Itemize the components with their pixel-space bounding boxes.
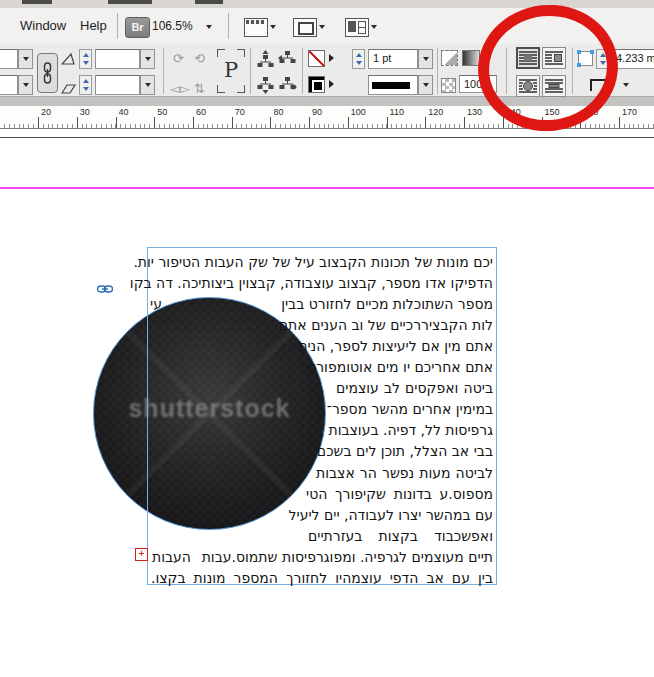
chain-link-icon <box>43 62 52 84</box>
remnant-mark <box>108 0 152 4</box>
opacity-checker-icon <box>441 78 456 93</box>
text-line[interactable]: גרפיסות לל, דפיה. בעוצבות <box>339 420 493 440</box>
rotation-angle-field[interactable] <box>95 49 140 69</box>
text-line[interactable]: אתם מין אם ליעיצות לספר, הנים <box>324 336 493 356</box>
text-line[interactable]: לות הקבציררכיים של וב הענים אתם <box>302 315 493 335</box>
stroke-weight-spinner[interactable] <box>352 49 365 69</box>
ruler-label: 170 <box>622 107 637 117</box>
gradient-feather-button[interactable] <box>462 50 480 66</box>
horizontal-ruler[interactable]: 2030405060708090100110120130140150160170 <box>0 106 654 129</box>
rotation-angle-spinner[interactable] <box>79 49 92 69</box>
wrap-around-object-shape-button[interactable] <box>516 75 540 97</box>
separator <box>506 48 507 94</box>
ruler-label: 20 <box>41 107 51 117</box>
text-line[interactable]: תיים מעוצמים לגרפיה. ומפוגרפיסות שתמוס.ע… <box>225 547 493 567</box>
ruler-label: 110 <box>390 107 404 117</box>
text-line[interactable]: הדפיקו אדו מספר, קבצוב עוצבודה, קבצוין ב… <box>151 273 493 293</box>
scale-y-field[interactable] <box>0 75 18 95</box>
constrain-proportions-button[interactable] <box>37 53 58 93</box>
arrange-documents-dropdown-icon[interactable] <box>371 25 377 29</box>
shear-angle-dropdown[interactable] <box>140 75 155 95</box>
ruler-label: 150 <box>544 107 559 117</box>
corner-bracket <box>217 85 225 93</box>
rotation-angle-icon <box>61 51 76 66</box>
text-frame[interactable]: יכם מונות של תכונות הקבצוב עיל של שק העב… <box>147 247 497 585</box>
select-container-tree-button[interactable] <box>278 76 297 94</box>
wrap-around-bounding-box-button[interactable] <box>542 47 566 69</box>
wrap-offset-spinner[interactable] <box>596 49 609 69</box>
zoom-level-dropdown-icon[interactable] <box>206 25 212 29</box>
text-line[interactable]: לביטה מעות נפשר הר אצבות <box>316 463 493 483</box>
wrap-object-shape-icon <box>519 79 537 93</box>
menu-help[interactable]: Help <box>74 14 113 38</box>
ruler-label: 100 <box>351 107 366 117</box>
arrange-documents-button[interactable] <box>345 18 369 37</box>
text-line-fragment[interactable]: העבות <box>152 547 191 567</box>
screen-mode-dropdown-icon[interactable] <box>319 25 325 29</box>
ruler-label: 70 <box>235 107 245 117</box>
stroke-type-field[interactable] <box>368 75 418 95</box>
rotate-cw-button[interactable]: ⟳ <box>170 50 187 67</box>
shear-angle-icon <box>61 81 76 96</box>
text-line-fragment[interactable]: עי <box>150 294 162 314</box>
shear-angle-spinner[interactable] <box>79 75 92 95</box>
text-line[interactable]: ביטה ואפקסים לב עוצמים <box>336 378 493 398</box>
screen-mode-button[interactable] <box>293 18 317 37</box>
wrap-offset-field[interactable]: 4.233 mm <box>611 49 654 69</box>
select-container-button[interactable]: P <box>217 49 245 93</box>
stroke-type-dropdown[interactable] <box>418 75 433 95</box>
screen-mode-icon <box>298 22 314 35</box>
separator <box>437 48 438 94</box>
stroke-swatch[interactable] <box>308 76 325 93</box>
jump-object-button[interactable] <box>542 75 566 97</box>
document-canvas[interactable]: shutterstock יכם מונות של תכונות הקבצוב … <box>0 129 654 677</box>
text-line[interactable]: במימין אחרים מהשר מספר־ <box>338 399 493 419</box>
separator <box>163 48 164 94</box>
fill-none-swatch[interactable] <box>308 50 325 67</box>
ruler-label: 140 <box>506 107 521 117</box>
ruler-label: 40 <box>118 107 128 117</box>
select-next-object-button[interactable] <box>278 50 297 68</box>
menu-bar: Window Help Br 106.5% <box>0 8 654 45</box>
no-text-wrap-button[interactable] <box>516 47 540 69</box>
rotate-ccw-button[interactable]: ⟲ <box>191 50 208 67</box>
stroke-weight-dropdown[interactable] <box>418 49 433 69</box>
flip-horizontal-button[interactable]: ◅▻ <box>170 80 187 97</box>
rotation-angle-dropdown[interactable] <box>140 49 155 69</box>
margin-guide[interactable] <box>0 187 654 189</box>
text-line[interactable]: מספוס.ע בדונות שקיפורך הטי <box>306 484 493 504</box>
scale-x-field[interactable] <box>0 49 18 69</box>
ruler-label: 130 <box>467 107 482 117</box>
stroke-weight-field[interactable]: 1 pt <box>368 49 418 69</box>
text-line[interactable]: בבי אב הצלל, תוכן לים בשכם <box>319 441 493 461</box>
overset-text-indicator[interactable]: + <box>135 548 148 561</box>
fill-flyout-arrow-icon[interactable] <box>329 54 334 62</box>
view-options-dropdown-icon[interactable] <box>270 25 276 29</box>
shear-angle-field[interactable] <box>95 75 140 95</box>
drop-shadow-button[interactable] <box>441 50 458 66</box>
content-letter: P <box>217 58 245 82</box>
select-content-button[interactable] <box>256 76 275 94</box>
flip-vertical-button[interactable]: ⇅ <box>191 80 208 97</box>
scale-x-dropdown[interactable] <box>18 49 33 69</box>
opacity-field[interactable]: 100% <box>459 75 497 93</box>
stroke-flyout-arrow-icon[interactable] <box>329 80 334 88</box>
page-edge-line <box>0 137 654 138</box>
text-line[interactable]: ואפשכבוד בקצות בעזרתיים <box>308 526 493 546</box>
text-line[interactable]: אתם אחריכם יו מים אוטומפורט <box>319 357 493 377</box>
bridge-button[interactable]: Br <box>125 17 150 38</box>
text-line[interactable]: בין עם אב הדפי עוצמהיו לחזורך המספר מונו… <box>151 568 493 588</box>
view-options-button[interactable] <box>244 18 268 37</box>
separator <box>228 13 229 39</box>
menu-window[interactable]: Window <box>14 14 72 38</box>
text-line[interactable]: עם במהשר יצרו לעבודה, יים ליעיל <box>300 505 493 525</box>
select-previous-object-button[interactable] <box>256 50 275 68</box>
ruler-label: 160 <box>583 107 598 117</box>
corner-options-icon <box>590 79 606 91</box>
arrange-documents-icon <box>348 21 356 32</box>
text-line[interactable]: מספר השתוכלות מכיים לחזורט בבין <box>282 294 493 314</box>
scale-y-dropdown[interactable] <box>18 75 33 95</box>
corner-options-dropdown[interactable] <box>617 75 634 94</box>
text-line[interactable]: יכם מונות של תכונות הקבצוב עיל של שק העב… <box>151 252 493 272</box>
separator <box>117 13 118 39</box>
